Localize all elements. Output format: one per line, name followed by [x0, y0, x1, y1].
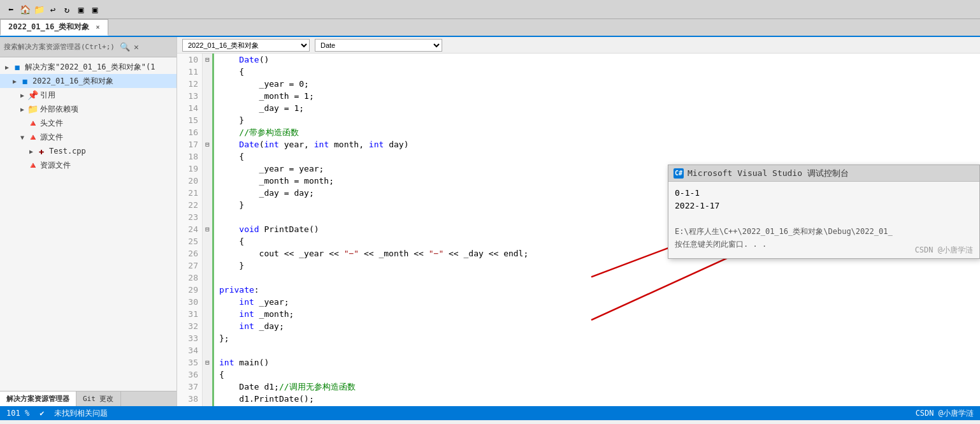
home-icon[interactable]: 🏠: [19, 4, 31, 15]
line-number-19: 19: [181, 163, 198, 175]
layout1-icon[interactable]: ▣: [75, 4, 87, 15]
gutter-line-35[interactable]: ⊟: [203, 356, 212, 369]
tree-item-testcpp[interactable]: ▶ ✚ Test.cpp: [0, 144, 177, 158]
deps-label: 外部依赖项: [40, 104, 78, 115]
code-line-34: [219, 344, 975, 356]
code-line-36: {: [219, 369, 975, 381]
gutter-line-16: [203, 126, 212, 138]
tree-item-deps[interactable]: ▶ 📁 外部依赖项: [0, 102, 177, 116]
code-line-16: //带参构造函数: [219, 126, 975, 138]
line-number-29: 29: [181, 284, 198, 296]
tree-item-headers[interactable]: 🔺 头文件: [0, 116, 177, 130]
gutter-line-17[interactable]: ⊟: [203, 138, 212, 150]
ref-icon: 📌: [27, 90, 38, 100]
line-numbers: 1011121314151617181920212223242526272829…: [177, 54, 203, 406]
project-label: 2022_01_16_类和对象: [32, 76, 113, 87]
sidebar-tab-solution-label: 解决方案资源管理器: [6, 394, 69, 404]
console-vs-icon: C#: [674, 168, 684, 179]
status-right: CSDN @小唐学涟: [916, 408, 974, 419]
gutter-line-30: [203, 296, 212, 308]
line-number-26: 26: [181, 247, 198, 260]
gutter-line-24[interactable]: ⊟: [203, 223, 212, 235]
line-number-15: 15: [181, 114, 198, 126]
tree-arrow-headers: [18, 120, 27, 127]
tree-item-solution[interactable]: ▶ ◼ 解决方案"2022_01_16_类和对象"(1: [0, 60, 177, 74]
console-line-0: 0-1-1: [675, 187, 973, 200]
solution-label: 解决方案"2022_01_16_类和对象"(1: [25, 62, 155, 73]
gutter-line-11: [203, 66, 212, 78]
gutter-line-19: [203, 163, 212, 175]
symbol-dropdown[interactable]: Date: [315, 39, 442, 52]
console-panel: C# Microsoft Visual Studio 调试控制台 0-1-120…: [668, 164, 980, 259]
tree-item-src[interactable]: ▼ 🔺 源文件: [0, 130, 177, 144]
line-number-16: 16: [181, 126, 198, 138]
tree-arrow-solution: ▶: [3, 64, 11, 71]
headers-icon: 🔺: [27, 118, 38, 128]
file-dropdown[interactable]: 2022_01_16_类和对象: [182, 39, 310, 52]
error-check-icon: ✔: [40, 409, 44, 418]
tree-arrow-resources: [18, 162, 27, 169]
line-number-28: 28: [181, 272, 198, 284]
code-line-10: Date(): [219, 54, 975, 66]
line-number-21: 21: [181, 187, 198, 199]
code-line-29: private:: [219, 284, 975, 296]
folder-icon[interactable]: 📁: [33, 4, 45, 15]
tree-arrow-project: ▶: [10, 78, 19, 85]
gutter-line-12: [203, 78, 212, 90]
sidebar-close-icon[interactable]: ✕: [134, 42, 139, 52]
back-icon[interactable]: ⬅: [5, 4, 17, 15]
testcpp-label: Test.cpp: [49, 147, 86, 156]
layout2-icon[interactable]: ▣: [89, 4, 101, 15]
line-number-22: 22: [181, 199, 198, 211]
code-line-14: _day = 1;: [219, 102, 975, 114]
code-line-37: Date d1;//调用无参构造函数: [219, 381, 975, 393]
tree-item-project[interactable]: ▶ ◼ 2022_01_16_类和对象: [0, 74, 177, 88]
editor-header: 2022_01_16_类和对象 Date: [177, 37, 980, 54]
solution-icon: ◼: [11, 62, 23, 72]
tree-arrow-deps: ▶: [18, 106, 27, 113]
line-number-20: 20: [181, 175, 198, 187]
sidebar-tab-git[interactable]: Git 更改: [76, 391, 121, 406]
line-number-32: 32: [181, 320, 198, 332]
search-icon[interactable]: 🔍: [120, 42, 130, 52]
sidebar-tab-solution[interactable]: 解决方案资源管理器: [0, 391, 76, 406]
tab-close-icon[interactable]: ×: [96, 24, 99, 31]
gutter-line-22: [203, 199, 212, 211]
tree-item-resources[interactable]: 🔺 资源文件: [0, 158, 177, 172]
gutter-line-15: [203, 114, 212, 126]
line-number-24: 24: [181, 223, 198, 235]
undo-icon[interactable]: ↩: [47, 4, 59, 15]
resources-icon: 🔺: [27, 160, 38, 170]
line-number-12: 12: [181, 78, 198, 90]
tree-arrow-ref: ▶: [18, 92, 27, 99]
zoom-level: 101 %: [6, 409, 29, 418]
gutter-line-21: [203, 187, 212, 199]
line-number-35: 35: [181, 356, 198, 369]
tree-item-ref[interactable]: ▶ 📌 引用: [0, 88, 177, 102]
line-number-10: 10: [181, 54, 198, 66]
line-number-37: 37: [181, 381, 198, 393]
code-line-33: };: [219, 332, 975, 344]
tab-main[interactable]: 2022_01_16_类和对象 ×: [0, 19, 108, 36]
line-number-14: 14: [181, 102, 198, 114]
code-line-11: {: [219, 66, 975, 78]
tree-arrow-src: ▼: [18, 134, 27, 141]
redo-icon[interactable]: ↻: [61, 4, 73, 15]
gutter-line-13: [203, 90, 212, 102]
gutter-line-18: [203, 150, 212, 163]
gutter-line-25: [203, 235, 212, 247]
sidebar-search-bar: 搜索解决方案资源管理器(Ctrl+;) 🔍 ✕: [0, 37, 177, 57]
gutter-line-29: [203, 284, 212, 296]
sidebar-tree: ▶ ◼ 解决方案"2022_01_16_类和对象"(1 ▶ ◼ 2022_01_…: [0, 57, 177, 391]
ref-label: 引用: [40, 90, 55, 101]
line-number-30: 30: [181, 296, 198, 308]
code-line-38: d1.PrintDate();: [219, 393, 975, 405]
testcpp-icon: ✚: [36, 146, 47, 156]
gutter-line-26: [203, 247, 212, 260]
tab-bar: 2022_01_16_类和对象 ×: [0, 19, 980, 37]
gutter-line-23: [203, 211, 212, 223]
gutter-line-10[interactable]: ⊟: [203, 54, 212, 66]
tree-arrow-testcpp: ▶: [27, 148, 36, 155]
line-number-13: 13: [181, 90, 198, 102]
console-line-1: 2022-1-17: [675, 200, 973, 212]
